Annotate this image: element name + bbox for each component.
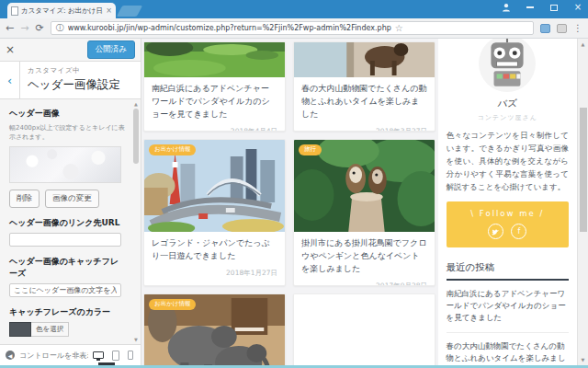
post-card[interactable]: お出かけ情報 bbox=[143, 293, 286, 365]
reload-icon[interactable]: ⟳ bbox=[35, 23, 43, 33]
post-card[interactable]: 旅行 掛川市にある掛川花鳥園でフクロウやペンギンと色んなイベントを楽しみました … bbox=[293, 139, 435, 286]
post-card[interactable]: 春の大内山動物園でたくさんの動物とふれあいタイムを楽しみました 2018年3月2… bbox=[293, 41, 435, 132]
post-title[interactable]: 掛川市にある掛川花鳥園でフクロウやペンギンと色んなイベントを楽しみました bbox=[301, 237, 427, 276]
post-card[interactable] bbox=[293, 293, 435, 365]
follow-box: \ Follow me / f bbox=[447, 201, 569, 247]
forward-icon: → bbox=[20, 23, 28, 33]
scroll-up-icon[interactable]: ▲ bbox=[132, 101, 140, 107]
post-title[interactable]: レゴランド・ジャパンでたっぷり一日遊んできました bbox=[152, 237, 277, 263]
link-url-input[interactable] bbox=[9, 233, 121, 247]
customizer-sidebar: × 公開済み ‹ カスタマイズ中 ヘッダー画像設定 ヘッダー画像 幅2400px… bbox=[0, 39, 141, 365]
header-image-description: 幅2400px以上で設定するとキレイに表示されます。 bbox=[9, 123, 126, 142]
post-title[interactable]: 春の大内山動物園でたくさんの動物とふれあいタイムを楽しみました bbox=[301, 83, 427, 121]
category-badge[interactable]: お出かけ情報 bbox=[149, 144, 196, 155]
preview-scrollbar[interactable]: ▲ ▼ bbox=[577, 39, 588, 365]
twitter-icon[interactable] bbox=[488, 224, 503, 239]
post-card[interactable]: お出かけ情報 レゴランド・ジャパンでたっぷり一日遊んできました 2018年1月2… bbox=[143, 139, 286, 286]
post-thumbnail bbox=[144, 42, 285, 77]
maximize-button[interactable] bbox=[548, 2, 560, 13]
scroll-down-icon[interactable]: ▼ bbox=[132, 337, 140, 342]
extension-icon[interactable] bbox=[540, 24, 550, 33]
panel-header: ‹ カスタマイズ中 ヘッダー画像設定 bbox=[0, 62, 141, 99]
scrollbar-thumb[interactable] bbox=[580, 108, 587, 232]
window-close-button[interactable]: × bbox=[571, 2, 584, 13]
color-swatch[interactable] bbox=[9, 322, 31, 337]
change-image-button[interactable]: 画像の変更 bbox=[45, 190, 99, 208]
post-date: 2018年3月27日 bbox=[301, 127, 427, 132]
panel-context: カスタマイズ中 bbox=[28, 66, 120, 75]
browser-window: カスタマイズ: お出かけ日記… × × ← → ⟳ ⓘ www.kuroobi.… bbox=[0, 0, 588, 368]
customizer-close-icon[interactable]: × bbox=[6, 43, 15, 56]
catchphrase-label: ヘッダー画像のキャッチフレーズ bbox=[9, 256, 126, 280]
post-thumbnail bbox=[294, 42, 435, 77]
post-date: 2017年9月28日 bbox=[301, 282, 427, 286]
profile-role: コンテンツ屋さん bbox=[447, 113, 569, 122]
browser-toolbar: ← → ⟳ ⓘ www.kuroobi.jp/jin/wp-admin/cust… bbox=[0, 18, 588, 39]
profile-icon[interactable] bbox=[500, 2, 513, 13]
customizer-topbar: × 公開済み bbox=[0, 39, 141, 62]
recent-post-link[interactable]: 春の大内山動物園でたくさんの動物とふれあいタイムを楽しみました bbox=[447, 333, 569, 365]
url-text: www.kuroobi.jp/jin/wp-admin/customize.ph… bbox=[68, 24, 391, 32]
bookmark-star-icon[interactable]: ☆ bbox=[395, 24, 403, 33]
preview-mobile-icon[interactable] bbox=[128, 351, 133, 360]
post-thumbnail bbox=[294, 294, 435, 365]
post-thumbnail: お出かけ情報 bbox=[144, 140, 285, 232]
browser-titlebar: カスタマイズ: お出かけ日記… × × bbox=[0, 0, 588, 18]
select-color-button[interactable]: 色を選択 bbox=[31, 322, 69, 337]
post-date: 2018年1月27日 bbox=[152, 269, 277, 280]
page-content: × 公開済み ‹ カスタマイズ中 ヘッダー画像設定 ヘッダー画像 幅2400px… bbox=[0, 39, 588, 365]
preview-tablet-icon[interactable] bbox=[112, 351, 119, 361]
post-card-grid: 南紀白浜にあるアドベンチャーワールドでパンダやイルカのショーを見てきました 20… bbox=[141, 39, 436, 365]
profile-name: バズ bbox=[447, 98, 569, 110]
recent-post-link[interactable]: 南紀白浜にあるアドベンチャーワールドでパンダやイルカのショーを見てきました bbox=[447, 281, 569, 333]
publish-button[interactable]: 公開済み bbox=[87, 40, 135, 59]
catchphrase-input[interactable] bbox=[9, 283, 121, 297]
post-card[interactable]: 南紀白浜にあるアドベンチャーワールドでパンダやイルカのショーを見てきました 20… bbox=[143, 41, 286, 132]
site-info-icon[interactable]: ⓘ bbox=[56, 24, 64, 32]
sidebar-widgets: バズ コンテンツ屋さん 色々なコンテンツを日々制作しています。できるかぎり写真や… bbox=[438, 39, 577, 365]
post-date: 2018年4月4日 bbox=[152, 127, 277, 132]
profile-bio: 色々なコンテンツを日々制作しています。できるかぎり写真や画像を使い、具体的な例を… bbox=[447, 129, 569, 193]
scroll-up-icon[interactable]: ▲ bbox=[578, 41, 588, 47]
sidebar-scrollbar[interactable]: ▲ ▼ bbox=[132, 99, 140, 344]
header-image-label: ヘッダー画像 bbox=[9, 108, 126, 120]
post-thumbnail: お出かけ情報 bbox=[144, 294, 285, 365]
customizer-footer: ◀ コントロールを非表示 bbox=[0, 344, 141, 365]
link-url-label: ヘッダー画像のリンク先URL bbox=[9, 217, 126, 229]
post-thumbnail: 旅行 bbox=[294, 140, 435, 232]
site-preview: 南紀白浜にあるアドベンチャーワールドでパンダやイルカのショーを見てきました 20… bbox=[141, 39, 588, 365]
minimize-button[interactable] bbox=[524, 2, 537, 13]
panel-back-button[interactable]: ‹ bbox=[0, 62, 20, 98]
scrollbar-thumb[interactable] bbox=[133, 109, 139, 164]
category-badge[interactable]: 旅行 bbox=[299, 144, 322, 155]
address-bar[interactable]: ⓘ www.kuroobi.jp/jin/wp-admin/customize.… bbox=[51, 21, 534, 35]
category-badge[interactable]: お出かけ情報 bbox=[149, 299, 196, 310]
preview-desktop-icon[interactable] bbox=[93, 351, 104, 359]
header-image-thumbnail bbox=[9, 146, 121, 183]
follow-label: \ Follow me / bbox=[447, 209, 569, 218]
panel-title: ヘッダー画像設定 bbox=[28, 77, 120, 93]
facebook-icon[interactable]: f bbox=[511, 224, 526, 239]
recent-posts-heading: 最近の投稿 bbox=[447, 261, 569, 281]
catch-color-label: キャッチフレーズのカラー bbox=[9, 306, 126, 318]
new-tab-button[interactable] bbox=[117, 6, 142, 17]
delete-image-button[interactable]: 削除 bbox=[9, 190, 40, 208]
post-title[interactable]: 南紀白浜にあるアドベンチャーワールドでパンダやイルカのショーを見てきました bbox=[152, 83, 277, 121]
tab-title: カスタマイズ: お出かけ日記… bbox=[21, 6, 103, 16]
collapse-controls-icon[interactable]: ◀ bbox=[6, 351, 15, 360]
page-favicon-icon bbox=[11, 6, 18, 16]
browser-tab[interactable]: カスタマイズ: お出かけ日記… × bbox=[7, 3, 116, 18]
profile-avatar bbox=[479, 39, 536, 92]
customizer-controls: ヘッダー画像 幅2400px以上で設定するとキレイに表示されます。 削除 画像の… bbox=[0, 99, 141, 344]
screenshot-extension-icon[interactable] bbox=[557, 24, 567, 33]
window-controls: × bbox=[500, 2, 584, 13]
back-icon[interactable]: ← bbox=[6, 23, 14, 33]
tab-close-icon[interactable]: × bbox=[106, 7, 112, 15]
browser-menu-icon[interactable]: ⋮ bbox=[573, 24, 582, 33]
scroll-down-icon[interactable]: ▼ bbox=[578, 357, 588, 362]
hide-controls-label[interactable]: コントロールを非表示 bbox=[19, 351, 88, 361]
